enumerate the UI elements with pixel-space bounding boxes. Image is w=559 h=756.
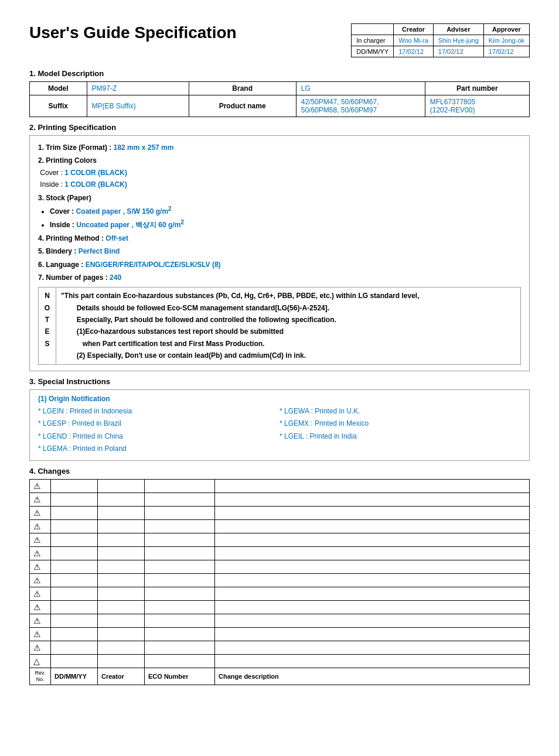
section-changes-heading: 4. Changes: [29, 467, 530, 476]
adviser-name: Shin Hye-jung: [433, 35, 483, 46]
suffix-value: MP(EB Suffix): [87, 95, 189, 117]
change-creator-12: [98, 628, 145, 641]
spec-pages: 7. Number of pages : 240: [38, 272, 521, 283]
change-date-3: [51, 507, 98, 520]
spec-method: 4. Printing Method : Off-set: [38, 232, 521, 244]
spec-colors: 2. Printing Colors Cover : 1 COLOR (BLAC…: [38, 155, 521, 190]
change-desc-1: [215, 480, 530, 493]
change-icon-5: ⚠: [30, 533, 51, 547]
change-date-7: [51, 560, 98, 574]
origin-grid: * LGEIN : Printed in Indonesia * LGESP :…: [38, 405, 521, 456]
change-desc-10: [215, 601, 530, 614]
partnumber-label: Part number: [425, 82, 529, 95]
change-eco-5: [145, 533, 215, 547]
change-eco-12: [145, 628, 215, 641]
change-desc-9: [215, 587, 530, 601]
notes-content: "This part contain Eco-hazardous substan…: [56, 288, 521, 364]
change-icon-13: ⚠: [30, 641, 51, 655]
change-creator-10: [98, 601, 145, 614]
change-desc-3: [215, 507, 530, 520]
printing-spec-box: 1. Trim Size (Format) : 182 mm x 257 mm …: [29, 135, 530, 371]
rev-no-label: Rev.No.: [30, 668, 51, 685]
ddmmyy-label: DD/MM/YY: [352, 46, 394, 57]
change-icon-2: ⚠: [30, 493, 51, 507]
origin-lgesp: * LGESP : Printed in Brazil: [38, 418, 280, 430]
change-icon-8: ⚠: [30, 574, 51, 587]
change-date-9: [51, 587, 98, 601]
change-date-5: [51, 533, 98, 547]
change-creator-13: [98, 641, 145, 655]
changes-row-3: ⚠: [30, 507, 530, 520]
change-creator-4: [98, 520, 145, 533]
change-icon-6: ⚠: [30, 547, 51, 560]
change-eco-13: [145, 641, 215, 655]
change-date-11: [51, 614, 98, 628]
partnumber-value: MFL67377805(1202-REV00): [425, 95, 529, 117]
page-header: User's Guide Specification Creator Advis…: [29, 23, 530, 57]
origin-lgeil: * LGEIL : Printed in India: [280, 430, 521, 443]
changes-row-5: ⚠: [30, 533, 530, 547]
special-instructions-box: (1) Origin Notification * LGEIN : Printe…: [29, 389, 530, 461]
change-eco-8: [145, 574, 215, 587]
change-icon-11: ⚠: [30, 614, 51, 628]
change-eco-3: [145, 507, 215, 520]
change-creator-11: [98, 614, 145, 628]
section-special-heading: 3. Special Instructions: [29, 377, 530, 386]
change-icon-4: ⚠: [30, 520, 51, 533]
change-date-4: [51, 520, 98, 533]
change-date-12: [51, 628, 98, 641]
origin-lgend: * LGEND : Printed in China: [38, 430, 280, 443]
spec-trim: 1. Trim Size (Format) : 182 mm x 257 mm: [38, 142, 521, 153]
changes-row-13: ⚠: [30, 641, 530, 655]
change-desc-7: [215, 560, 530, 574]
change-eco-7: [145, 560, 215, 574]
section-printing-heading: 2. Printing Specification: [29, 123, 530, 132]
change-creator-3: [98, 507, 145, 520]
change-desc-11: [215, 614, 530, 628]
change-desc-12: [215, 628, 530, 641]
changes-row-7: ⚠: [30, 560, 530, 574]
origin-lgein: * LGEIN : Printed in Indonesia: [38, 405, 280, 418]
spec-bindery: 5. Bindery : Perfect Bind: [38, 245, 521, 257]
changes-desc-header: Change description: [215, 668, 530, 685]
change-desc-6: [215, 547, 530, 560]
model-value: PM97-Z: [87, 82, 189, 95]
change-creator-5: [98, 533, 145, 547]
title-block: User's Guide Specification: [29, 23, 339, 42]
change-date-8: [51, 574, 98, 587]
origin-lgemx: * LGEMX : Printed in Mexico: [280, 418, 521, 430]
changes-row-2: ⚠: [30, 493, 530, 507]
changes-row-8: ⚠: [30, 574, 530, 587]
model-label: Model: [30, 82, 87, 95]
approver-name: Kim Jong-ok: [483, 35, 529, 46]
change-desc-4: [215, 520, 530, 533]
creator-date: 17/02/12: [394, 46, 434, 57]
change-desc-5: [215, 533, 530, 547]
model-table: Model PM97-Z Brand LG Part number Suffix…: [29, 81, 530, 117]
change-date-10: [51, 601, 98, 614]
changes-eco-header: ECO Number: [145, 668, 215, 685]
suffix-label: Suffix: [30, 95, 87, 117]
change-eco-9: [145, 587, 215, 601]
change-eco-1: [145, 480, 215, 493]
section-model-heading: 1. Model Description: [29, 69, 530, 78]
changes-row-12: ⚠: [30, 628, 530, 641]
page-title: User's Guide Specification: [29, 23, 339, 42]
in-charger-label: In charger: [352, 35, 394, 46]
changes-date-header: DD/MM/YY: [51, 668, 98, 685]
change-creator-8: [98, 574, 145, 587]
changes-creator-header: Creator: [98, 668, 145, 685]
change-icon-3: ⚠: [30, 507, 51, 520]
change-desc-2: [215, 493, 530, 507]
change-icon-1: ⚠: [30, 480, 51, 493]
approver-header: Approver: [483, 24, 529, 35]
change-date-6: [51, 547, 98, 560]
change-icon-7: ⚠: [30, 560, 51, 574]
adviser-header: Adviser: [433, 24, 483, 35]
productname-label: Product name: [189, 95, 296, 117]
change-icon-10: ⚠: [30, 601, 51, 614]
change-icon-14: △: [30, 655, 51, 668]
notes-label: NOTES: [39, 288, 56, 364]
change-date-14: [51, 655, 98, 668]
notes-table: NOTES "This part contain Eco-hazardous s…: [38, 287, 521, 364]
